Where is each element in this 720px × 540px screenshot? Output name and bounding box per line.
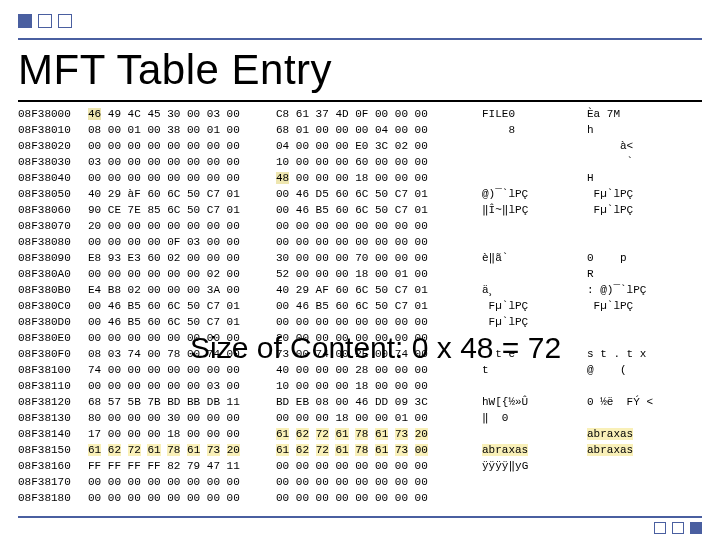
hex-row: 08F3814017 00 00 00 18 00 00 00 61 62 72… [18, 426, 702, 442]
hex-bytes-left: 08 00 01 00 38 00 01 00 [88, 122, 276, 138]
ascii-right [587, 458, 702, 474]
slide: MFT Table Entry 08F3800046 49 4C 45 30 0… [0, 0, 720, 540]
hex-bytes-right: 40 29 AF 60 6C 50 C7 01 [276, 282, 482, 298]
ascii-right [587, 234, 702, 250]
hex-bytes-left: 80 00 00 00 30 00 00 00 [88, 410, 276, 426]
hex-bytes-left: 40 29 àF 60 6C 50 C7 01 [88, 186, 276, 202]
offset: 08F38000 [18, 106, 88, 122]
ascii-left [482, 490, 587, 506]
hex-row: 08F3802000 00 00 00 00 00 00 00 04 00 00… [18, 138, 702, 154]
rule-title [18, 100, 702, 102]
offset: 08F38150 [18, 442, 88, 458]
ascii-right: ` [587, 154, 702, 170]
offset: 08F380D0 [18, 314, 88, 330]
ascii-left: Fµ`lPÇ [482, 314, 587, 330]
ascii-left [482, 154, 587, 170]
hex-bytes-left: 00 00 00 00 00 00 00 00 [88, 170, 276, 186]
ascii-left [482, 234, 587, 250]
hex-bytes-left: 00 00 00 00 00 00 02 00 [88, 266, 276, 282]
square-icon [672, 522, 684, 534]
hex-bytes-right: BD EB 08 00 46 DD 09 3C [276, 394, 482, 410]
hex-row: 08F3818000 00 00 00 00 00 00 00 00 00 00… [18, 490, 702, 506]
hex-row: 08F3801008 00 01 00 38 00 01 00 68 01 00… [18, 122, 702, 138]
ascii-right: à< [587, 138, 702, 154]
ascii-right [587, 474, 702, 490]
square-icon [38, 14, 52, 28]
rule-bottom [18, 516, 702, 518]
square-icon [654, 522, 666, 534]
hex-bytes-right: 00 00 00 00 00 00 00 00 [276, 458, 482, 474]
ascii-right: 0 p [587, 250, 702, 266]
ascii-left: Fµ`lPÇ [482, 298, 587, 314]
offset: 08F38110 [18, 378, 88, 394]
ascii-right [587, 218, 702, 234]
ascii-left [482, 218, 587, 234]
hex-dump: 08F3800046 49 4C 45 30 00 03 00 C8 61 37… [18, 106, 702, 506]
hex-row: 08F3807020 00 00 00 00 00 00 00 00 00 00… [18, 218, 702, 234]
offset: 08F38010 [18, 122, 88, 138]
ascii-right: H [587, 170, 702, 186]
hex-bytes-left: E4 B8 02 00 00 00 3A 00 [88, 282, 276, 298]
offset: 08F38160 [18, 458, 88, 474]
ascii-left [482, 266, 587, 282]
ascii-right: R [587, 266, 702, 282]
offset: 08F38170 [18, 474, 88, 490]
square-icon [690, 522, 702, 534]
hex-row: 08F3811000 00 00 00 00 00 03 00 10 00 00… [18, 378, 702, 394]
offset: 08F38120 [18, 394, 88, 410]
offset: 08F38070 [18, 218, 88, 234]
hex-bytes-left: FF FF FF FF 82 79 47 11 [88, 458, 276, 474]
hex-row: 08F380C000 46 B5 60 6C 50 C7 01 00 46 B5… [18, 298, 702, 314]
ascii-right [587, 410, 702, 426]
hex-bytes-right: 10 00 00 00 18 00 00 00 [276, 378, 482, 394]
ascii-right [587, 490, 702, 506]
hex-bytes-right: 00 00 00 18 00 00 01 00 [276, 410, 482, 426]
ascii-right: Èa 7M [587, 106, 702, 122]
hex-bytes-right: 48 00 00 00 18 00 00 00 [276, 170, 482, 186]
offset: 08F38080 [18, 234, 88, 250]
ascii-left: ‖Î~‖lPÇ [482, 202, 587, 218]
hex-bytes-right: 00 46 B5 60 6C 50 C7 01 [276, 202, 482, 218]
hex-bytes-right: 61 62 72 61 78 61 73 00 [276, 442, 482, 458]
hex-row: 08F3804000 00 00 00 00 00 00 00 48 00 00… [18, 170, 702, 186]
ascii-left: @)¯`lPÇ [482, 186, 587, 202]
hex-row: 08F380D000 46 B5 60 6C 50 C7 01 00 00 00… [18, 314, 702, 330]
offset: 08F38090 [18, 250, 88, 266]
page-title: MFT Table Entry [18, 46, 332, 94]
hex-bytes-left: 00 46 B5 60 6C 50 C7 01 [88, 314, 276, 330]
ascii-left: è‖ã` [482, 250, 587, 266]
accent-bottom [654, 522, 702, 534]
hex-bytes-right: 30 00 00 00 70 00 00 00 [276, 250, 482, 266]
ascii-right [587, 330, 702, 346]
offset: 08F38040 [18, 170, 88, 186]
hex-row: 08F3812068 57 5B 7B BD BB DB 11 BD EB 08… [18, 394, 702, 410]
hex-bytes-left: 00 00 00 00 00 00 00 00 [88, 138, 276, 154]
offset: 08F380C0 [18, 298, 88, 314]
hex-bytes-right: 61 62 72 61 78 61 73 20 [276, 426, 482, 442]
hex-bytes-right: C8 61 37 4D 0F 00 00 00 [276, 106, 482, 122]
hex-bytes-left: 90 CE 7E 85 6C 50 C7 01 [88, 202, 276, 218]
hex-bytes-left: 00 00 00 00 00 00 00 00 [88, 474, 276, 490]
offset: 08F38140 [18, 426, 88, 442]
offset: 08F38030 [18, 154, 88, 170]
ascii-right: Fµ`lPÇ [587, 298, 702, 314]
hex-bytes-right: 68 01 00 00 00 04 00 00 [276, 122, 482, 138]
ascii-left: FILE0 [482, 106, 587, 122]
offset: 08F380E0 [18, 330, 88, 346]
ascii-left: ‖ 0 [482, 410, 587, 426]
hex-bytes-left: 61 62 72 61 78 61 73 20 [88, 442, 276, 458]
hex-bytes-left: E8 93 E3 60 02 00 00 00 [88, 250, 276, 266]
offset: 08F380A0 [18, 266, 88, 282]
hex-bytes-right: 10 00 00 00 60 00 00 00 [276, 154, 482, 170]
hex-row: 08F38160FF FF FF FF 82 79 47 11 00 00 00… [18, 458, 702, 474]
hex-bytes-left: 46 49 4C 45 30 00 03 00 [88, 106, 276, 122]
ascii-left: 8 [482, 122, 587, 138]
hex-bytes-right: 00 00 00 00 00 00 00 00 [276, 474, 482, 490]
ascii-left [482, 474, 587, 490]
hex-row: 08F3817000 00 00 00 00 00 00 00 00 00 00… [18, 474, 702, 490]
hex-bytes-right: 00 46 B5 60 6C 50 C7 01 [276, 298, 482, 314]
offset: 08F380B0 [18, 282, 88, 298]
hex-row: 08F3803003 00 00 00 00 00 00 00 10 00 00… [18, 154, 702, 170]
hex-bytes-left: 03 00 00 00 00 00 00 00 [88, 154, 276, 170]
hex-row: 08F3813080 00 00 00 30 00 00 00 00 00 00… [18, 410, 702, 426]
